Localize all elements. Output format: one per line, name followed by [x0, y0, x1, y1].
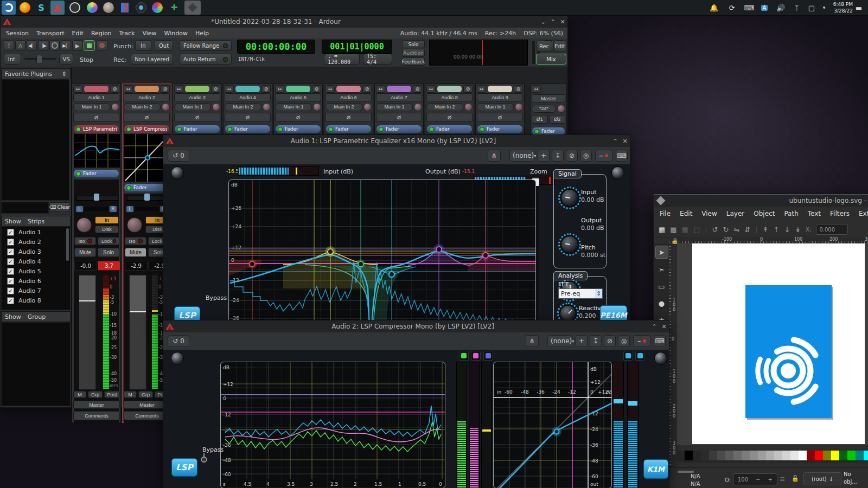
raise-top-icon[interactable]: ↟ [763, 226, 769, 234]
mini-timeline[interactable]: 00:00 00:00 [429, 40, 528, 66]
menu-session[interactable]: Session [6, 30, 29, 37]
meter-toggle-icon[interactable]: ⌢ [633, 335, 650, 347]
menu-view[interactable]: View [142, 30, 156, 37]
menu-view[interactable]: View [701, 210, 717, 217]
strip-name-button[interactable]: Audio 3 [174, 93, 220, 101]
hide-strip-icon[interactable]: ⊘ [161, 85, 170, 93]
comments-button[interactable]: Comments [73, 411, 120, 420]
processor-chip[interactable]: LSP Parametric Eq [74, 125, 119, 133]
opacity-input[interactable]: 100−+ [733, 473, 777, 485]
notifications-icon[interactable]: 🔔 [708, 2, 720, 14]
strip-input-button[interactable]: Main In 2 [326, 103, 362, 111]
strip-color-bar[interactable] [184, 85, 210, 93]
lock-button[interactable]: Lock [98, 237, 119, 245]
trim-knob[interactable] [515, 103, 523, 111]
fader-chip[interactable]: Fader [376, 125, 422, 133]
phase-button[interactable]: Ø [477, 113, 523, 122]
swatch[interactable] [750, 451, 758, 460]
strip-name-button[interactable]: Audio 4 [225, 93, 271, 101]
gain-fader[interactable] [79, 275, 96, 390]
clear-search-button[interactable]: ⌫Clear [49, 202, 70, 212]
strip-name-button[interactable]: Audio 7 [376, 93, 422, 101]
menu-text[interactable]: Text [808, 210, 821, 217]
strip-input-button[interactable]: Main In 1 [275, 103, 312, 111]
hide-strip-icon[interactable]: ⊘ [110, 85, 119, 93]
node-tool-icon[interactable]: ➣ [656, 264, 668, 275]
strip-name-button[interactable]: Audio 8 [426, 93, 473, 101]
mix-page-button[interactable]: Mix [536, 54, 566, 65]
vertical-ruler[interactable]: 100 0 100 200 300 400 [669, 243, 677, 468]
phase-button[interactable]: Ø [326, 113, 372, 122]
trim-knob[interactable] [363, 103, 372, 111]
strip-color-bar[interactable] [134, 85, 159, 93]
software-update-icon[interactable]: ⟳ [726, 2, 738, 14]
output-gain-knob[interactable] [560, 235, 579, 254]
close-icon[interactable]: ✕ [558, 18, 567, 25]
swatch[interactable] [717, 451, 725, 460]
trim-knob[interactable] [111, 103, 119, 111]
strip-color-bar[interactable] [437, 85, 462, 93]
strip-input-button[interactable]: Main In 1 [174, 103, 211, 111]
selection-frame-icon[interactable]: ⬚ [693, 226, 700, 234]
strip-row-audio1[interactable]: ✓Audio 1 [2, 227, 70, 237]
strip-row-audio7[interactable]: ✓Audio 7 [2, 286, 70, 296]
width-handle-icon[interactable]: ↔ [124, 85, 133, 93]
solo-button[interactable]: Solo [402, 40, 425, 48]
compressor-time-graph[interactable]: dB +12 0 -12 -24 -36 -48 -60 s 4.5 4 3.5… [220, 362, 445, 488]
shutter-icon[interactable] [150, 1, 164, 15]
strip-name-button[interactable]: Audio 5 [275, 93, 321, 101]
bypass-switch[interactable] [203, 453, 205, 461]
width-handle-icon[interactable]: ↔ [426, 85, 436, 93]
auto-return-button[interactable]: Auto Return [180, 54, 232, 65]
swatch[interactable] [815, 451, 823, 460]
minimize-icon[interactable]: ⌄ [538, 18, 548, 25]
metering-point-m[interactable]: M [124, 391, 137, 398]
peak-display[interactable]: 3.7 [98, 261, 120, 271]
swatch[interactable] [758, 451, 766, 460]
system-clock[interactable]: 6:48 PM 3/28/22 [833, 1, 853, 14]
width-handle-icon[interactable]: ↔ [174, 85, 183, 93]
width-handle-icon[interactable]: ↔ [532, 85, 541, 93]
palette-scrollbar[interactable] [678, 471, 694, 473]
phase-button[interactable]: Ø [426, 113, 473, 122]
swatch[interactable] [847, 451, 856, 460]
swatch[interactable] [856, 451, 864, 460]
fader-chip[interactable]: Fader [74, 170, 119, 177]
gain-led-blue[interactable] [483, 351, 493, 361]
swatch[interactable] [790, 451, 799, 460]
stop-button[interactable] [84, 40, 95, 51]
strip-name-button[interactable]: Audio 2 [124, 93, 170, 101]
fader-chip[interactable]: Fader [175, 125, 220, 133]
select-all-layers-icon[interactable]: ▩ [670, 226, 676, 234]
trim-knob[interactable] [464, 103, 473, 111]
automation-icon[interactable]: ◎ [580, 150, 592, 162]
color-picker-icon[interactable] [85, 1, 99, 15]
swatch[interactable] [733, 451, 742, 460]
hide-strip-icon[interactable]: ⊘ [413, 85, 422, 93]
save-preset-icon[interactable]: ↧ [552, 150, 564, 162]
add-preset-icon[interactable]: + [576, 335, 588, 347]
lock-icon[interactable]: 🔒 [672, 238, 678, 244]
strip-color-bar[interactable] [336, 85, 361, 93]
menu-edit[interactable]: Edit [680, 210, 692, 217]
pinout-icon[interactable]: ⋔ [488, 150, 501, 162]
inkscape-icon[interactable] [184, 1, 201, 15]
menu-region[interactable]: Region [91, 30, 112, 37]
swatch[interactable] [799, 451, 807, 460]
midi-panic-button[interactable]: ! [4, 40, 14, 51]
horizontal-ruler[interactable]: -100 0 100 200 300 [669, 237, 868, 243]
strip-input-button[interactable]: Main In 1 [376, 103, 413, 111]
inkscape-canvas[interactable] [677, 243, 868, 445]
tempo-button[interactable]: ♩ = 120.000 [324, 54, 360, 65]
fft-dropdown[interactable]: Pre-eq ⇕ [558, 288, 603, 299]
group-list[interactable] [1, 322, 71, 406]
mute-button[interactable]: Mute [74, 248, 96, 257]
hide-strip-icon[interactable]: ⊘ [261, 85, 271, 93]
undo-history-button[interactable]: ↺0 [168, 150, 189, 162]
feedback-button[interactable]: Feedback [402, 57, 425, 66]
usb-icon[interactable]: ᛉ [791, 2, 803, 14]
delete-preset-icon[interactable]: ⊘ [566, 150, 578, 162]
width-handle-icon[interactable]: ↔ [275, 85, 284, 93]
hide-strip-icon[interactable]: ⊘ [362, 85, 372, 93]
sync-source-button[interactable]: Int. [4, 54, 21, 65]
